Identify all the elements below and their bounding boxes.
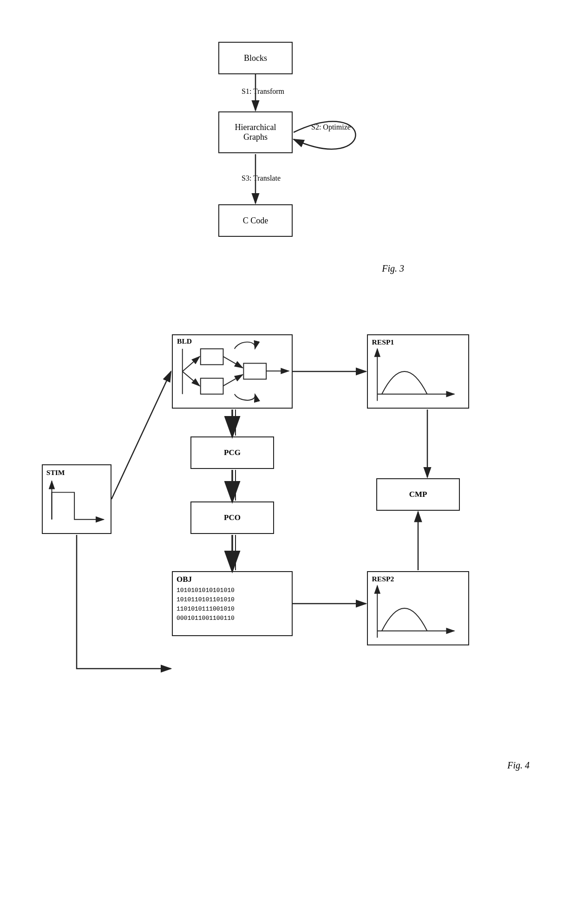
fig3-caption: Fig. 3 — [382, 263, 404, 274]
blocks-label: Blocks — [244, 53, 267, 63]
svg-rect-7 — [201, 349, 223, 364]
pcg-box: PCG — [190, 436, 274, 469]
figure-3: Blocks HierarchicalGraphs C Code S1: Tra… — [144, 37, 432, 279]
resp2-curve: RESP2 — [368, 572, 468, 644]
figure-4: STIM BLD — [33, 306, 543, 771]
obj-box: OBJ 101010101010101010101101011010101101… — [172, 571, 293, 636]
hierarchical-graphs-label: HierarchicalGraphs — [235, 123, 276, 142]
stim-waveform: STIM — [43, 465, 111, 533]
obj-data-1: 1010101010101010101011010110101011010101… — [177, 586, 235, 624]
resp1-curve: RESP1 — [368, 335, 468, 408]
ccode-box: C Code — [218, 204, 293, 237]
svg-text:STIM: STIM — [46, 469, 65, 476]
svg-line-14 — [223, 375, 243, 386]
resp1-box: RESP1 — [367, 334, 469, 409]
svg-line-13 — [223, 357, 243, 368]
obj-label: OBJ — [177, 575, 192, 584]
pcg-label: PCG — [224, 448, 241, 457]
resp2-box: RESP2 — [367, 571, 469, 645]
blocks-box: Blocks — [218, 42, 293, 74]
svg-text:BLD: BLD — [177, 337, 192, 345]
svg-line-11 — [183, 371, 200, 386]
bld-inner-diagram: BLD — [173, 335, 292, 408]
svg-line-24 — [111, 371, 171, 499]
hierarchical-graphs-box: HierarchicalGraphs — [218, 111, 293, 153]
svg-text:RESP2: RESP2 — [372, 575, 394, 583]
pco-label: PCO — [224, 513, 241, 522]
svg-rect-9 — [243, 363, 266, 379]
svg-text:RESP1: RESP1 — [372, 338, 394, 346]
cmp-box: CMP — [376, 478, 460, 511]
ccode-label: C Code — [243, 216, 268, 226]
cmp-label: CMP — [409, 490, 427, 499]
s2-label: S2: Optimize — [311, 123, 351, 131]
stim-box: STIM — [42, 464, 111, 534]
s3-label: S3: Translate — [242, 174, 281, 182]
page: Blocks HierarchicalGraphs C Code S1: Tra… — [0, 0, 576, 924]
fig4-caption: Fig. 4 — [507, 760, 530, 771]
svg-line-10 — [183, 357, 200, 371]
bld-box: BLD — [172, 334, 293, 409]
s1-label: S1: Transform — [242, 87, 284, 96]
svg-rect-8 — [201, 378, 223, 394]
pco-box: PCO — [190, 501, 274, 534]
